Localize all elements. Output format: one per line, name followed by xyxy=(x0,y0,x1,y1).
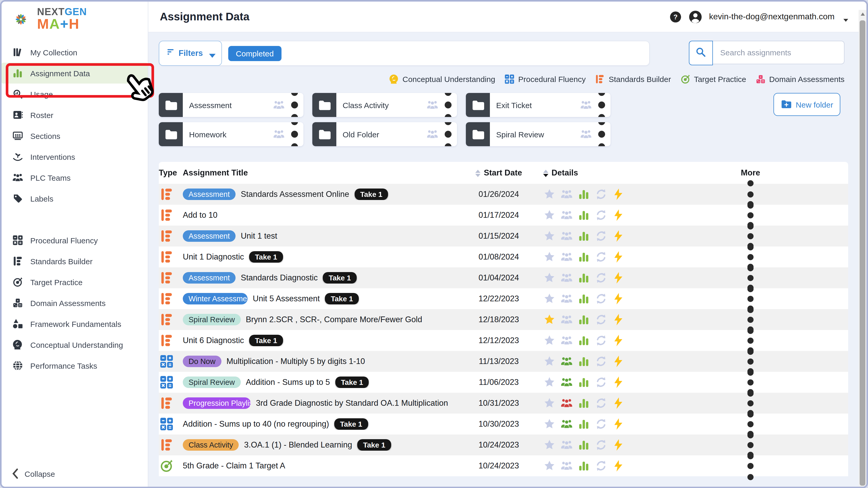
bar-chart-icon[interactable] xyxy=(578,313,590,326)
refresh-icon[interactable] xyxy=(595,334,608,347)
lightning-icon[interactable] xyxy=(612,230,625,242)
bar-chart-icon[interactable] xyxy=(578,418,590,430)
lightning-icon[interactable] xyxy=(612,418,625,430)
sidebar-item-usage[interactable]: Usage xyxy=(2,84,148,104)
table-row[interactable]: AssessmentUnit 1 test01/15/2024 xyxy=(159,225,848,246)
star-icon[interactable] xyxy=(543,355,556,368)
bar-chart-icon[interactable] xyxy=(578,272,590,284)
table-row[interactable]: Spiral ReviewBrynn 2.SCR , SCR-, Compare… xyxy=(159,309,848,330)
people-icon[interactable] xyxy=(580,100,592,110)
people-icon[interactable] xyxy=(560,418,573,430)
star-icon[interactable] xyxy=(543,188,556,201)
lightning-icon[interactable] xyxy=(612,251,625,263)
sidebar-item-sections[interactable]: Sections xyxy=(2,125,148,146)
lightning-icon[interactable] xyxy=(612,355,625,368)
assignment-title[interactable]: 3.OA.1 (1) - Blended Learning xyxy=(244,440,352,450)
bar-chart-icon[interactable] xyxy=(578,209,590,221)
sidebar-item-plc-teams[interactable]: PLC Teams xyxy=(2,167,148,188)
kebab-menu-icon[interactable] xyxy=(746,188,755,200)
lightning-icon[interactable] xyxy=(612,188,625,201)
bar-chart-icon[interactable] xyxy=(578,439,590,451)
vertical-scrollbar[interactable] xyxy=(859,10,866,487)
bar-chart-icon[interactable] xyxy=(578,251,590,263)
lightning-icon[interactable] xyxy=(612,209,625,221)
kebab-menu-icon[interactable] xyxy=(746,293,755,304)
kebab-menu-icon[interactable] xyxy=(597,99,606,111)
sidebar-item-procedural-fluency[interactable]: Procedural Fluency xyxy=(2,230,148,251)
people-icon[interactable] xyxy=(273,100,285,110)
people-icon[interactable] xyxy=(560,376,573,389)
assignment-title[interactable]: 5th Grade - Claim 1 Target A xyxy=(183,461,285,470)
refresh-icon[interactable] xyxy=(595,460,608,472)
table-row[interactable]: Addition - Sums up to 40 (no regrouping)… xyxy=(159,414,848,434)
star-icon[interactable] xyxy=(543,313,556,326)
assignment-title[interactable]: Unit 5 Assessment xyxy=(253,294,320,303)
table-row[interactable]: Class Activity3.OA.1 (1) - Blended Learn… xyxy=(159,434,848,455)
lightning-icon[interactable] xyxy=(612,272,625,284)
star-icon[interactable] xyxy=(543,272,556,284)
star-icon[interactable] xyxy=(543,418,556,430)
star-icon[interactable] xyxy=(543,334,556,347)
sidebar-item-my-collection[interactable]: My Collection xyxy=(2,42,148,63)
search-input[interactable] xyxy=(713,41,844,64)
sidebar-item-labels[interactable]: Labels xyxy=(2,188,148,209)
bar-chart-icon[interactable] xyxy=(578,293,590,305)
table-row[interactable]: Add to 1001/17/2024 xyxy=(159,205,848,225)
refresh-icon[interactable] xyxy=(595,397,608,409)
scrollbar-thumb[interactable] xyxy=(860,20,865,486)
people-icon[interactable] xyxy=(560,188,573,201)
kebab-menu-icon[interactable] xyxy=(746,209,755,221)
bar-chart-icon[interactable] xyxy=(578,397,590,409)
lightning-icon[interactable] xyxy=(612,460,625,472)
sidebar-item-domain-assessments[interactable]: Domain Assessments xyxy=(2,293,148,313)
search-button[interactable] xyxy=(689,41,713,65)
kebab-menu-icon[interactable] xyxy=(746,376,755,388)
star-icon[interactable] xyxy=(543,230,556,242)
star-icon[interactable] xyxy=(543,397,556,409)
bar-chart-icon[interactable] xyxy=(578,355,590,368)
assignment-title[interactable]: Unit 1 test xyxy=(241,231,277,241)
people-icon[interactable] xyxy=(560,460,573,472)
refresh-icon[interactable] xyxy=(595,439,608,451)
lightning-icon[interactable] xyxy=(612,334,625,347)
sidebar-item-framework-fundamentals[interactable]: Framework Fundamentals xyxy=(2,313,148,334)
refresh-icon[interactable] xyxy=(595,376,608,389)
col-header-start-date[interactable]: Start Date xyxy=(465,168,533,178)
people-icon[interactable] xyxy=(580,129,592,139)
lightning-icon[interactable] xyxy=(612,397,625,409)
assignment-title[interactable]: Unit 1 Diagnostic xyxy=(183,252,244,262)
kebab-menu-icon[interactable] xyxy=(597,128,606,140)
star-icon[interactable] xyxy=(543,209,556,221)
kebab-menu-icon[interactable] xyxy=(746,251,755,263)
avatar-icon[interactable] xyxy=(689,10,702,23)
assignment-title[interactable]: Addition - Sums up to 5 xyxy=(246,377,330,387)
kebab-menu-icon[interactable] xyxy=(746,397,755,409)
people-icon[interactable] xyxy=(560,251,573,263)
sidebar-collapse-button[interactable]: Collapse xyxy=(12,468,55,479)
kebab-menu-icon[interactable] xyxy=(443,128,453,140)
lightning-icon[interactable] xyxy=(612,293,625,305)
star-icon[interactable] xyxy=(543,460,556,472)
people-icon[interactable] xyxy=(560,293,573,305)
assignment-title[interactable]: Multiplication - Multiply 5 by digits 1-… xyxy=(226,357,365,366)
col-header-details[interactable]: Details xyxy=(533,168,653,178)
refresh-icon[interactable] xyxy=(595,293,608,305)
table-row[interactable]: Spiral ReviewAddition - Sums up to 5Take… xyxy=(159,372,848,393)
new-folder-button[interactable]: New folder xyxy=(773,93,840,116)
kebab-menu-icon[interactable] xyxy=(443,99,453,111)
folder-card-class-activity[interactable]: Class Activity xyxy=(312,93,457,117)
table-row[interactable]: 5th Grade - Claim 1 Target A10/24/2023 xyxy=(159,455,848,476)
people-icon[interactable] xyxy=(560,355,573,368)
kebab-menu-icon[interactable] xyxy=(746,439,755,451)
refresh-icon[interactable] xyxy=(595,313,608,326)
assignment-title[interactable]: Addition - Sums up to 40 (no regrouping) xyxy=(183,419,329,429)
folder-card-spiral-review[interactable]: Spiral Review xyxy=(466,122,611,146)
refresh-icon[interactable] xyxy=(595,418,608,430)
star-icon[interactable] xyxy=(543,439,556,451)
kebab-menu-icon[interactable] xyxy=(290,128,299,140)
folder-card-homework[interactable]: Homework xyxy=(159,122,304,146)
user-email[interactable]: kevin-the-dog@nextgenmath.com xyxy=(709,12,835,22)
sort-arrows-icon[interactable] xyxy=(543,170,548,177)
bar-chart-icon[interactable] xyxy=(578,230,590,242)
people-icon[interactable] xyxy=(560,334,573,347)
